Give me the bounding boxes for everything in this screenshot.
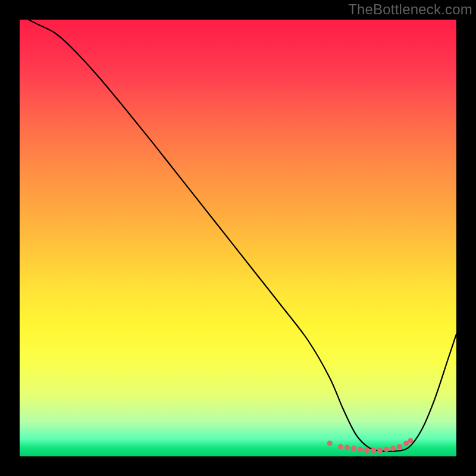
bottleneck-curve	[29, 20, 456, 452]
highlight-dot	[364, 447, 369, 453]
plot-area	[20, 20, 456, 456]
highlight-dot	[408, 438, 413, 443]
highlight-dot	[377, 447, 383, 453]
highlight-dot	[351, 446, 356, 451]
highlight-dot	[345, 445, 350, 450]
highlight-dot	[390, 446, 396, 451]
chart-frame: TheBottleneck.com	[0, 0, 476, 476]
highlight-dot	[338, 444, 343, 449]
chart-svg	[20, 20, 456, 456]
highlight-dot	[358, 447, 363, 452]
watermark-text: TheBottleneck.com	[348, 1, 472, 18]
highlight-dot	[327, 440, 333, 446]
highlight-dot	[397, 444, 402, 449]
highlight-dot	[371, 447, 376, 453]
highlight-dot	[384, 447, 389, 452]
